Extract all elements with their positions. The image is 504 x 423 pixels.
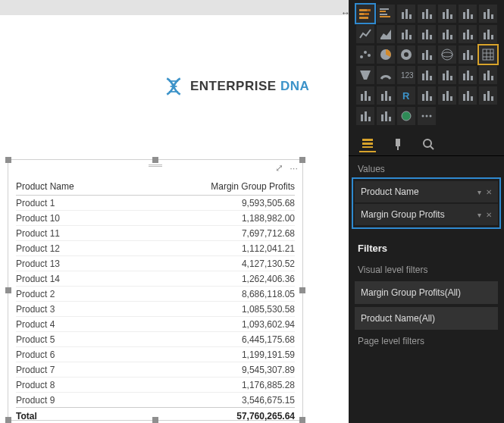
cell-name: Product 8: [16, 378, 130, 393]
vis-stacked-column-icon[interactable]: [418, 5, 436, 23]
vis-line-col-stacked-icon[interactable]: [438, 25, 456, 43]
vis-arcgis-icon[interactable]: [418, 86, 436, 105]
table-row[interactable]: Product 101,188,982.00: [16, 211, 295, 226]
vis-gauge-icon[interactable]: [377, 66, 395, 84]
svg-rect-55: [467, 50, 469, 60]
table-row[interactable]: Product 56,445,175.68: [16, 332, 295, 347]
svg-rect-95: [361, 114, 363, 121]
table-row[interactable]: Product 141,262,406.36: [16, 271, 295, 287]
vis-map-icon[interactable]: [438, 45, 456, 64]
tab-fields[interactable]: [359, 136, 376, 152]
table-row[interactable]: Product 81,176,885.28: [16, 378, 295, 393]
visual-header: ⤢ ···: [8, 160, 302, 175]
vis-ribbon-icon[interactable]: [459, 25, 477, 43]
focus-mode-icon[interactable]: ⤢: [275, 162, 283, 174]
vis-scatter-icon[interactable]: [356, 45, 374, 64]
vis-stacked-area-icon[interactable]: [397, 25, 415, 43]
field-well[interactable]: Margin Group Profits ▾✕: [355, 204, 498, 225]
svg-rect-35: [446, 30, 449, 39]
svg-rect-84: [426, 91, 428, 101]
vis-matrix-icon[interactable]: [479, 45, 497, 64]
vis-filled-map-icon[interactable]: [459, 45, 477, 64]
vis-funnel-icon[interactable]: [356, 66, 374, 84]
vis-card-icon[interactable]: 123: [397, 66, 415, 84]
remove-icon[interactable]: ✕: [486, 211, 492, 219]
remove-icon[interactable]: ✕: [486, 188, 492, 196]
filter-chip[interactable]: Product Name(All): [355, 307, 498, 330]
report-canvas[interactable]: ENTERPRISE DNA ⤢ ··· Product Name Margin…: [0, 15, 349, 423]
vis-r-visual-icon[interactable]: [356, 86, 374, 105]
svg-rect-64: [422, 74, 424, 80]
vis-clustered-column-icon[interactable]: [438, 5, 456, 23]
svg-point-44: [364, 51, 367, 54]
table-row[interactable]: Product 31,085,530.58: [16, 302, 295, 317]
field-well[interactable]: Product Name ▾✕: [355, 181, 498, 202]
vis-kpi-icon[interactable]: [438, 66, 456, 84]
tab-format[interactable]: [390, 136, 406, 152]
table-row[interactable]: Product 19,593,505.68: [16, 196, 295, 211]
table-row[interactable]: Product 93,546,675.15: [16, 393, 295, 408]
svg-rect-76: [361, 94, 363, 101]
drag-grip-icon[interactable]: [149, 164, 162, 167]
table-row[interactable]: Product 121,112,041.21: [16, 241, 295, 256]
svg-rect-74: [487, 70, 490, 80]
vis-100-bar-icon[interactable]: [397, 5, 415, 23]
column-header[interactable]: Product Name: [16, 178, 130, 196]
vis-custom-2-icon[interactable]: [377, 107, 395, 125]
chevron-down-icon[interactable]: ▾: [477, 188, 481, 196]
vis-more-icon[interactable]: [418, 107, 436, 125]
cell-value: 1,176,885.28: [130, 378, 295, 393]
svg-rect-67: [443, 74, 445, 80]
table-row[interactable]: Product 79,545,307.89: [16, 362, 295, 378]
vis-waterfall-icon[interactable]: [479, 25, 497, 43]
vis-area-icon[interactable]: [377, 25, 395, 43]
vis-line-col-icon[interactable]: [418, 25, 436, 43]
table-row[interactable]: Product 41,093,602.94: [16, 317, 295, 332]
cell-value: 1,262,406.36: [130, 271, 295, 287]
vis-treemap-icon[interactable]: [418, 45, 436, 64]
resize-handle[interactable]: [299, 417, 305, 423]
vis-py-visual-icon[interactable]: [377, 86, 395, 105]
vis-combo-column-icon[interactable]: [479, 5, 497, 23]
svg-rect-72: [471, 76, 473, 80]
tab-analytics[interactable]: [420, 136, 437, 152]
vis-sparkline-icon[interactable]: [459, 86, 477, 105]
vis-table-2-icon[interactable]: [438, 86, 456, 105]
vis-100-column-icon[interactable]: [459, 5, 477, 23]
svg-rect-79: [381, 94, 383, 101]
svg-rect-99: [385, 111, 387, 121]
more-options-icon[interactable]: ···: [290, 162, 298, 174]
table-row[interactable]: Product 117,697,712.68: [16, 226, 295, 241]
table-row[interactable]: Product 61,199,191.59: [16, 347, 295, 362]
table-row[interactable]: Product 134,127,130.52: [16, 256, 295, 271]
svg-rect-31: [422, 33, 424, 39]
resize-handle[interactable]: [299, 287, 305, 293]
resize-handle[interactable]: [152, 417, 158, 423]
vis-table-icon[interactable]: [479, 66, 497, 84]
svg-point-53: [442, 52, 452, 57]
vis-donut-icon[interactable]: [397, 45, 415, 64]
vis-custom-1-icon[interactable]: [356, 107, 374, 125]
cell-value: 6,445,175.68: [130, 332, 295, 347]
chevron-down-icon[interactable]: ▾: [477, 211, 481, 219]
table-row[interactable]: Product 28,686,118.05: [16, 287, 295, 302]
vis-slicer-icon[interactable]: [459, 66, 477, 84]
vis-stacked-bar-icon[interactable]: [356, 5, 374, 23]
svg-point-45: [368, 54, 371, 57]
filter-chip[interactable]: Margin Group Profits(All): [355, 281, 498, 304]
vis-pie-icon[interactable]: [377, 45, 395, 64]
vis-globe-icon[interactable]: [397, 107, 415, 125]
svg-rect-97: [368, 117, 371, 121]
vis-r-script-icon[interactable]: R: [397, 86, 415, 105]
resize-handle[interactable]: [5, 287, 11, 293]
vis-multi-card-icon[interactable]: [418, 66, 436, 84]
vis-clustered-bar-icon[interactable]: [377, 5, 395, 23]
column-header[interactable]: Margin Group Profits: [130, 178, 295, 196]
table-visual[interactable]: ⤢ ··· Product Name Margin Group Profits …: [8, 159, 303, 421]
vis-shape-icon[interactable]: [479, 86, 497, 105]
vis-line-icon[interactable]: [356, 25, 374, 43]
svg-point-52: [442, 49, 452, 60]
resize-handle[interactable]: [5, 417, 11, 423]
app-toolbar-spacer: [0, 0, 349, 15]
svg-rect-42: [491, 35, 493, 39]
